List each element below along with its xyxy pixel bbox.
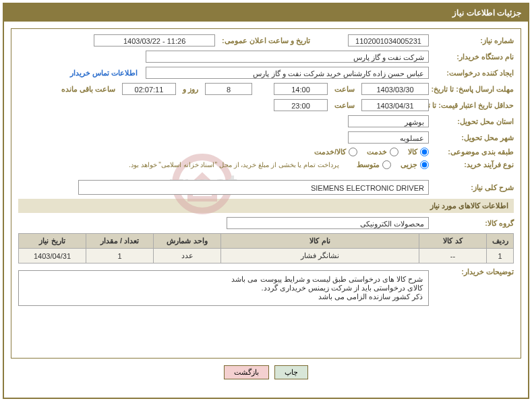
buyer-notes-line3: ذکر کشور سازنده الزامی می باشد xyxy=(24,292,423,301)
price-valid-time-value: 23:00 xyxy=(274,99,328,111)
col-code: کد کالا xyxy=(419,234,487,249)
remain-time-value: 02:07:11 xyxy=(122,83,176,95)
buyer-notes-line1: شرح کالا های درخواستی طبق لیست و شرایط پ… xyxy=(24,275,423,284)
details-panel: AriaTender.net شماره نیاز: 1102001034005… xyxy=(11,28,521,359)
col-name: نام کالا xyxy=(221,234,419,249)
goods-group-label: گروه کالا: xyxy=(433,219,514,228)
radio-goods-input[interactable] xyxy=(420,148,429,156)
need-no-value: 1102001034005231 xyxy=(348,34,429,46)
radio-goods-service-input[interactable] xyxy=(349,148,357,156)
radio-goods-service-label: کالا/خدمت xyxy=(314,148,346,156)
col-unit: واحد شمارش xyxy=(154,234,221,249)
radio-partial[interactable]: جزیی xyxy=(401,160,429,169)
cell-qty: 1 xyxy=(86,249,154,264)
payment-note: پرداخت تمام یا بخشی از مبلغ خرید، از محل… xyxy=(129,161,339,168)
buyer-notes-line2: کالای درخواستی باید از شرکت زیمنس خریدار… xyxy=(24,284,423,292)
radio-service-input[interactable] xyxy=(390,148,398,156)
delivery-prov-value: بوشهر xyxy=(348,115,429,127)
table-row: 1 -- نشانگر فشار عدد 1 1403/04/31 xyxy=(19,249,514,264)
button-bar: چاپ بازگشت xyxy=(4,365,528,379)
cell-row: 1 xyxy=(487,249,514,264)
requester-value: عباس حسن زاده کارشناس خرید شرکت نفت و گا… xyxy=(146,67,429,79)
need-no-label: شماره نیاز: xyxy=(433,36,514,45)
page-title-bar: جزئیات اطلاعات نیاز xyxy=(4,4,528,22)
col-date: تاریخ نیاز xyxy=(19,234,86,249)
goods-group-value: محصولات الکترونیکی xyxy=(227,217,429,229)
reply-time-value: 14:00 xyxy=(274,83,328,95)
announce-dt-label: تاریخ و ساعت اعلان عمومی: xyxy=(222,36,310,45)
radio-medium-input[interactable] xyxy=(382,160,391,169)
buy-process-group: جزیی متوسط xyxy=(357,160,429,169)
announce-dt-value: 1403/03/22 - 11:26 xyxy=(94,34,215,46)
need-desc-label: شرح کلی نیاز: xyxy=(433,183,514,192)
delivery-prov-label: استان محل تحویل: xyxy=(433,117,514,126)
buyer-org-label: نام دستگاه خریدار: xyxy=(433,53,514,61)
reply-date-value: 1403/03/30 xyxy=(361,83,429,95)
back-button[interactable]: بازگشت xyxy=(224,365,269,379)
subject-class-group: کالا خدمت کالا/خدمت xyxy=(314,148,429,156)
radio-goods-label: کالا xyxy=(408,148,417,156)
requester-label: ایجاد کننده درخواست: xyxy=(433,69,514,78)
subject-class-label: طبقه بندی موضوعی: xyxy=(433,148,514,156)
cell-date: 1403/04/31 xyxy=(19,249,86,264)
table-header-row: ردیف کد کالا نام کالا واحد شمارش تعداد /… xyxy=(19,234,514,249)
outer-frame: جزئیات اطلاعات نیاز AriaTender.net شماره… xyxy=(3,3,529,399)
radio-service[interactable]: خدمت xyxy=(367,148,398,156)
radio-medium[interactable]: متوسط xyxy=(357,160,391,169)
cell-code: -- xyxy=(419,249,487,264)
radio-goods-service[interactable]: کالا/خدمت xyxy=(314,148,357,156)
buyer-notes-label: توضیحات خریدار: xyxy=(433,268,514,276)
col-qty: تعداد / مقدار xyxy=(86,234,154,249)
print-button[interactable]: چاپ xyxy=(274,365,308,379)
page-title: جزئیات اطلاعات نیاز xyxy=(452,8,521,18)
col-row: ردیف xyxy=(487,234,514,249)
price-valid-hour-label: ساعت xyxy=(334,101,355,110)
day-and-label: روز و xyxy=(183,85,198,94)
delivery-city-value: عسلویه xyxy=(348,131,429,144)
remain-label: ساعت باقی مانده xyxy=(61,85,115,94)
cell-unit: عدد xyxy=(154,249,221,264)
need-desc-value: SIEMENS ELECTRONIC DRIVER xyxy=(78,180,429,195)
goods-table: ردیف کد کالا نام کالا واحد شمارش تعداد /… xyxy=(18,233,514,264)
delivery-city-label: شهر محل تحویل: xyxy=(433,133,514,142)
cell-name: نشانگر فشار xyxy=(221,249,419,264)
reply-deadline-label: مهلت ارسال پاسخ: تا تاریخ: xyxy=(433,85,514,94)
radio-partial-label: جزیی xyxy=(401,160,417,169)
price-valid-label: حداقل تاریخ اعتبار قیمت: تا تاریخ: xyxy=(433,101,514,110)
radio-goods[interactable]: کالا xyxy=(408,148,429,156)
buyer-notes-box: شرح کالا های درخواستی طبق لیست و شرایط پ… xyxy=(18,270,429,306)
contact-buyer-link[interactable]: اطلاعات تماس خریدار xyxy=(70,69,138,78)
price-valid-date-value: 1403/04/31 xyxy=(361,99,429,111)
reply-hour-label: ساعت xyxy=(334,85,355,94)
remain-days-value: 8 xyxy=(205,83,252,95)
goods-info-header: اطلاعات کالاهای مورد نیاز xyxy=(18,199,514,213)
buyer-org-value: شرکت نفت و گاز پارس xyxy=(146,51,429,63)
radio-partial-input[interactable] xyxy=(420,160,429,169)
buy-process-label: نوع فرآیند خرید: xyxy=(433,160,514,169)
radio-service-label: خدمت xyxy=(367,148,387,156)
radio-medium-label: متوسط xyxy=(357,160,380,169)
